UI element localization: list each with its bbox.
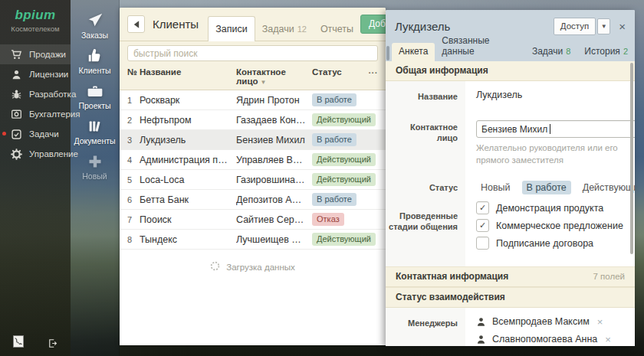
status-option[interactable]: В работе [522, 181, 571, 194]
nav-item-label: Лицензии [29, 70, 68, 79]
contact-name: Газировшина Наталья [236, 175, 312, 185]
record-tab[interactable]: Задачи 8 [525, 43, 577, 61]
list-tab[interactable]: Записи [208, 16, 255, 41]
user-avatar[interactable] [13, 335, 24, 351]
table-body: 1 Роскварк Ядрин Протон В работе 2 Нефть… [120, 90, 386, 250]
list-tabs: Записи Задачи 12 Отчеты [208, 8, 360, 41]
field-label: Статус [386, 172, 465, 201]
section-interaction[interactable]: Статус взаимодействия [386, 287, 635, 308]
col-contact[interactable]: Контактное лицо▼ [236, 67, 312, 86]
status-badge: Действующий [312, 113, 376, 126]
catalog-item[interactable]: Заказы [71, 11, 119, 46]
tasks-icon [11, 129, 22, 140]
status-badge: Действующий [312, 153, 376, 166]
record-tab[interactable]: История 2 [577, 43, 635, 61]
catalog-item[interactable]: Клиенты [71, 47, 119, 81]
contact-name: Ядрин Протон [236, 95, 312, 106]
back-button[interactable] [127, 15, 145, 33]
status-option[interactable]: Действующий [578, 181, 635, 194]
record-scrollbar[interactable] [630, 63, 633, 254]
client-name: Лукдизель [140, 135, 236, 145]
more-columns-button[interactable]: ... [368, 66, 378, 75]
table-row[interactable]: 4 Администрация пре... Управляев Владими… [120, 150, 386, 170]
contact-name: Сайтиев Сергей [236, 214, 312, 225]
record-form: Общая информация Название Лукдизель Конт… [386, 61, 635, 346]
nav-item[interactable]: Управление [0, 144, 71, 164]
access-dropdown-button[interactable]: ▼ [597, 18, 610, 34]
logout-icon[interactable] [48, 338, 58, 348]
section-general[interactable]: Общая информация [386, 61, 635, 81]
remove-manager-icon[interactable]: × [597, 317, 603, 327]
tab-count-badge: 8 [566, 47, 570, 56]
quick-search-input[interactable] [127, 45, 378, 61]
col-num: № [127, 67, 140, 86]
remove-manager-icon[interactable]: × [605, 335, 611, 345]
list-actions: Добавить ▼ [360, 15, 386, 34]
gear-icon [11, 149, 22, 160]
field-label: Менеджеры [386, 308, 465, 346]
checkbox-icon [476, 237, 489, 250]
list-tab[interactable]: Задачи 12 [255, 18, 314, 41]
contact-name: Депозитов Анатолий [236, 194, 312, 205]
table-row[interactable]: 7 Пооиск Сайтиев Сергей Отказ [120, 210, 386, 230]
stage-checkbox[interactable]: Подписание договора [476, 237, 624, 250]
table-row[interactable]: 8 Тындекс Лучшеищев Ярослав Действующий [120, 230, 386, 250]
status-badge: В работе [312, 193, 356, 206]
field-value[interactable]: Лукдизель [465, 81, 635, 112]
nav-item[interactable]: Бухгалтерия [0, 104, 71, 124]
plus-icon [87, 152, 104, 171]
stage-checkbox[interactable]: Коммерческое предложение [476, 219, 624, 232]
table-row[interactable]: 3 Лукдизель Бензиев Михил В работе [120, 130, 386, 150]
table-row[interactable]: 2 Нефтьпром Газадаев Константин Действую… [120, 110, 386, 130]
catalog-item-label: Документы [74, 136, 115, 145]
record-tab[interactable]: Связанные данные [435, 32, 525, 61]
spinner-icon [210, 261, 220, 273]
nav-item[interactable]: Продажи [0, 44, 71, 64]
table-row[interactable]: 1 Роскварк Ядрин Протон В работе [120, 90, 386, 110]
access-button[interactable]: Доступ [554, 18, 596, 35]
nav-item[interactable]: Разработка [0, 84, 71, 104]
contact-person-input[interactable]: Бензиев Михил [476, 120, 635, 138]
list-tab[interactable]: Отчеты [314, 18, 360, 41]
client-name: Loca-Loca [140, 175, 236, 185]
briefcase-icon [87, 82, 104, 100]
status-option[interactable]: Новый [476, 181, 515, 194]
field-hint: Желательно руководителя или его прямого … [476, 142, 635, 166]
section-contact-info[interactable]: Контактная информация 7 полей [386, 266, 635, 287]
bug-icon [11, 89, 22, 100]
record-tab[interactable]: Анкета [392, 43, 435, 61]
search-row [120, 41, 386, 65]
table-row[interactable]: 5 Loca-Loca Газировшина Наталья Действую… [120, 170, 386, 190]
row-number: 8 [127, 235, 140, 244]
catalogs-sidebar: Заказы Клиенты Проекты Документы Новый [71, 0, 120, 356]
catalog-item[interactable]: Документы [71, 117, 119, 152]
nav-item-label: Задачи [29, 129, 59, 139]
catalog-item-label: Клиенты [78, 66, 110, 75]
nav-item-label: Бухгалтерия [29, 109, 80, 119]
tab-count-badge: 12 [297, 24, 307, 34]
safe-icon [11, 109, 22, 120]
client-name: Пооиск [140, 214, 236, 225]
paper-plane-icon [87, 11, 104, 30]
client-name: Администрация пре... [140, 155, 236, 165]
table-row[interactable]: 6 Бетта Банк Депозитов Анатолий В работе [120, 190, 386, 210]
record-detail-panel: Лукдизель Доступ ▼ × Анкета Связанные да… [386, 10, 635, 346]
nav-item-label: Управление [29, 149, 78, 158]
chevron-down-icon: ▼ [601, 23, 607, 30]
text-cursor [550, 124, 550, 134]
panel-drag-handle[interactable] [386, 46, 389, 60]
field-label: Контактное лицо [386, 112, 465, 172]
field-status: Статус Новый В работе Действующий Отказ [386, 172, 635, 201]
field-label: Проведенные стадии общения [386, 201, 465, 266]
documents-icon [87, 117, 104, 136]
col-name[interactable]: Название [140, 67, 236, 86]
sidebar-footer [0, 335, 71, 351]
nav-item[interactable]: Задачи [0, 124, 71, 144]
stage-checkbox[interactable]: Демонстрация продукта [476, 201, 624, 214]
add-record-button[interactable]: Добавить [360, 15, 386, 34]
close-icon[interactable]: × [619, 21, 626, 32]
row-number: 3 [127, 136, 140, 145]
status-badge: В работе [312, 93, 356, 106]
nav-item[interactable]: Лицензии [0, 64, 71, 84]
fields-count: 7 полей [593, 272, 626, 281]
